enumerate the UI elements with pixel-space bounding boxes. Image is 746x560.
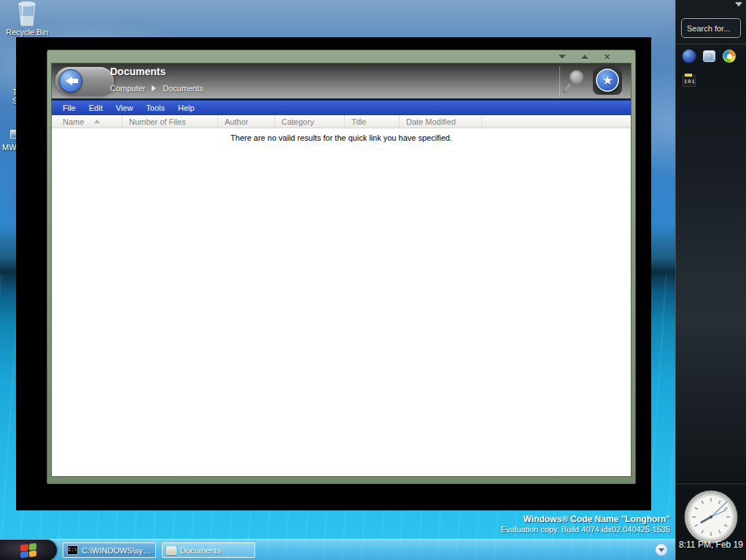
column-number-of-files[interactable]: Number of Files xyxy=(123,115,218,128)
media-player-icon[interactable] xyxy=(723,50,736,63)
sidebar-divider xyxy=(676,483,746,484)
column-date-modified[interactable]: Date Modified xyxy=(400,115,482,128)
window-header: Documents Computer Documents ★ xyxy=(52,63,631,98)
slideshow-icon[interactable] xyxy=(683,75,696,87)
window-inner: Documents Computer Documents ★ xyxy=(51,63,632,477)
clock-time-label: 8:11 PM, Feb 19 xyxy=(676,540,746,550)
recycle-bin-icon[interactable]: Recycle Bin xyxy=(4,1,50,36)
clock-gadget xyxy=(683,489,739,545)
maximize-button[interactable] xyxy=(577,52,592,61)
search-icon-handle xyxy=(563,83,571,93)
sidebar: 8:11 PM, Feb 19 xyxy=(675,0,746,560)
back-arrow-icon xyxy=(66,77,72,85)
empty-results-message: There are no valid results for the quick… xyxy=(230,133,452,142)
sidebar-divider xyxy=(676,44,746,44)
search-button[interactable] xyxy=(564,69,587,93)
page-title: Documents xyxy=(110,66,166,77)
recycle-bin-label: Recycle Bin xyxy=(4,28,50,36)
close-button[interactable]: ✕ xyxy=(599,52,615,61)
star-icon: ★ xyxy=(602,74,613,87)
back-button[interactable] xyxy=(59,69,82,93)
messenger-orb-icon[interactable] xyxy=(683,50,696,63)
partial-desktop-icon-label: MW xyxy=(2,143,17,152)
tray-collapse-button[interactable] xyxy=(655,543,668,556)
documents-icon xyxy=(166,546,176,555)
maximize-icon xyxy=(581,55,588,59)
menu-file[interactable]: File xyxy=(56,102,82,114)
sidebar-search-input[interactable] xyxy=(681,18,741,38)
header-separator xyxy=(559,66,560,96)
breadcrumb: Computer Documents xyxy=(110,84,203,93)
close-icon: ✕ xyxy=(604,52,610,62)
taskbar-button-console[interactable]: C:\ C:\WINDOWS\syst... xyxy=(63,542,156,558)
watermark-build: Evaluation copy. Build 4074.idx02.040425… xyxy=(501,525,670,534)
start-button[interactable] xyxy=(0,540,57,560)
taskbar-button-documents[interactable]: Documents xyxy=(162,542,255,558)
taskbar: C:\ C:\WINDOWS\syst... Documents xyxy=(0,539,675,560)
menu-help[interactable]: Help xyxy=(171,102,201,114)
windows-square-icon[interactable] xyxy=(703,50,715,62)
favorites-button[interactable]: ★ xyxy=(593,66,622,95)
command-prompt-icon: C:\ xyxy=(67,545,78,555)
sidebar-chevron-down-icon[interactable] xyxy=(735,2,742,7)
column-header-row: Name Number of Files Author Category Tit… xyxy=(52,115,631,128)
build-watermark: Windows® Code Name "Longhorn" Evaluation… xyxy=(501,514,670,534)
breadcrumb-documents[interactable]: Documents xyxy=(163,84,203,93)
column-category[interactable]: Category xyxy=(275,115,345,128)
column-author[interactable]: Author xyxy=(218,115,275,128)
window-caption-buttons: ✕ xyxy=(554,52,615,61)
star-circle: ★ xyxy=(596,69,619,92)
search-icon xyxy=(570,70,583,84)
breadcrumb-computer[interactable]: Computer xyxy=(110,84,145,93)
chevron-down-icon xyxy=(658,548,664,552)
back-button-blob xyxy=(55,67,114,95)
analog-clock-icon xyxy=(683,489,739,545)
menu-bar: File Edit View Tools Help xyxy=(52,101,631,115)
watermark-title: Windows® Code Name "Longhorn" xyxy=(501,514,670,524)
menu-edit[interactable]: Edit xyxy=(82,102,109,114)
file-list-area: There are no valid results for the quick… xyxy=(52,128,631,476)
menu-tools[interactable]: Tools xyxy=(139,102,171,114)
sidebar-quick-icons xyxy=(683,50,742,63)
breadcrumb-arrow-icon xyxy=(152,85,156,91)
column-title[interactable]: Title xyxy=(345,115,400,128)
documents-window: ✕ Documents Computer Documents xyxy=(47,50,636,484)
sort-ascending-icon xyxy=(94,120,100,123)
minimize-button[interactable] xyxy=(554,52,570,61)
recycle-bin-glass-icon xyxy=(16,1,38,28)
desktop: Recycle Bin T S MW ✕ Documents xyxy=(0,0,746,560)
minimize-icon xyxy=(559,55,566,59)
menu-view[interactable]: View xyxy=(109,102,140,114)
windows-flag-icon xyxy=(20,542,36,557)
column-name[interactable]: Name xyxy=(52,115,123,128)
